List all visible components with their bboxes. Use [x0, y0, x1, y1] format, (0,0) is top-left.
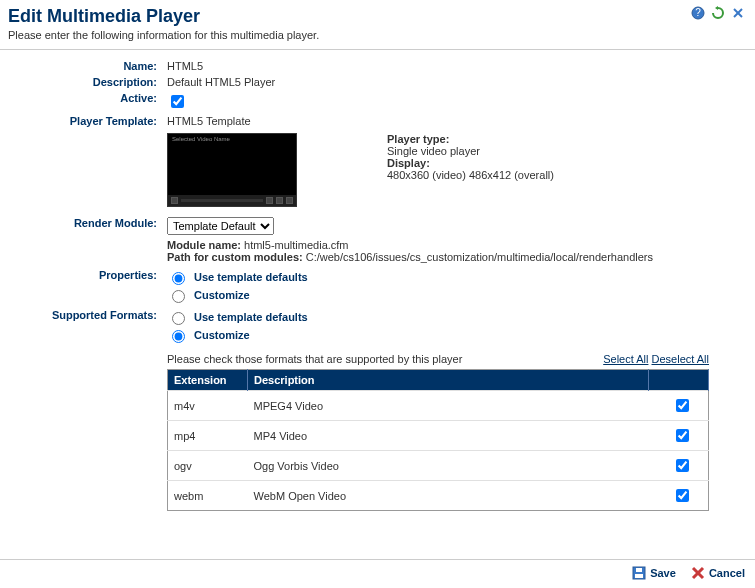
name-value: HTML5	[163, 60, 755, 72]
player-type-value: Single video player	[387, 145, 554, 157]
table-row: m4vMPEG4 Video	[168, 391, 709, 421]
col-check	[649, 370, 709, 391]
select-all-link[interactable]: Select All	[603, 353, 648, 365]
module-name-value: html5-multimedia.cfm	[244, 239, 349, 251]
player-type-label: Player type:	[387, 133, 554, 145]
format-checkbox[interactable]	[676, 489, 689, 502]
name-label: Name:	[0, 60, 163, 72]
table-row: webmWebM Open Video	[168, 481, 709, 511]
deselect-all-link[interactable]: Deselect All	[652, 353, 709, 365]
dialog-header: Edit Multimedia Player Please enter the …	[0, 0, 755, 43]
preview-controls	[168, 195, 296, 206]
formats-label: Supported Formats:	[0, 309, 163, 345]
format-checkbox[interactable]	[676, 399, 689, 412]
format-checkbox[interactable]	[676, 459, 689, 472]
properties-use-defaults-label: Use template defaults	[194, 271, 308, 283]
form-body: Name: HTML5 Description: Default HTML5 P…	[0, 60, 755, 511]
refresh-icon[interactable]	[711, 6, 725, 20]
formats-use-defaults-radio[interactable]	[172, 312, 185, 325]
play-icon[interactable]	[171, 197, 178, 204]
formats-instruction: Please check those formats that are supp…	[167, 353, 462, 365]
description-value: Default HTML5 Player	[163, 76, 755, 88]
menu-icon[interactable]	[286, 197, 293, 204]
render-module-select[interactable]: Template Default	[167, 217, 274, 235]
divider	[0, 49, 755, 50]
format-ext: m4v	[168, 391, 248, 421]
col-description: Description	[248, 370, 649, 391]
formats-use-defaults-label: Use template defaults	[194, 311, 308, 323]
page-subtitle: Please enter the following information f…	[8, 29, 747, 41]
custom-path-label: Path for custom modules:	[167, 251, 303, 263]
fullscreen-icon[interactable]	[276, 197, 283, 204]
player-preview: Selected Video Name	[167, 133, 297, 207]
preview-title: Selected Video Name	[172, 136, 230, 142]
description-label: Description:	[0, 76, 163, 88]
volume-icon[interactable]	[266, 197, 273, 204]
display-value: 480x360 (video) 486x412 (overall)	[387, 169, 554, 181]
format-ext: webm	[168, 481, 248, 511]
format-desc: MPEG4 Video	[248, 391, 649, 421]
formats-table: Extension Description m4vMPEG4 Videomp4M…	[167, 369, 709, 511]
custom-path-value: C:/web/cs106/issues/cs_customization/mul…	[306, 251, 653, 263]
properties-customize-label: Customize	[194, 289, 250, 301]
svg-text:?: ?	[695, 7, 701, 18]
table-row: ogvOgg Vorbis Video	[168, 451, 709, 481]
module-name-label: Module name:	[167, 239, 241, 251]
close-icon[interactable]	[731, 6, 745, 20]
properties-use-defaults-radio[interactable]	[172, 272, 185, 285]
format-desc: MP4 Video	[248, 421, 649, 451]
properties-customize-radio[interactable]	[172, 290, 185, 303]
format-desc: Ogg Vorbis Video	[248, 451, 649, 481]
player-info: Player type: Single video player Display…	[387, 133, 554, 181]
seek-track[interactable]	[181, 199, 263, 202]
format-ext: mp4	[168, 421, 248, 451]
active-label: Active:	[0, 92, 163, 111]
format-desc: WebM Open Video	[248, 481, 649, 511]
display-label: Display:	[387, 157, 554, 169]
help-icon[interactable]: ?	[691, 6, 705, 20]
table-row: mp4MP4 Video	[168, 421, 709, 451]
active-checkbox[interactable]	[171, 95, 184, 108]
player-template-label: Player Template:	[0, 115, 163, 127]
format-checkbox[interactable]	[676, 429, 689, 442]
svg-marker-2	[715, 6, 718, 10]
player-template-value: HTML5 Template	[163, 115, 755, 127]
formats-customize-radio[interactable]	[172, 330, 185, 343]
formats-customize-label: Customize	[194, 329, 250, 341]
properties-label: Properties:	[0, 269, 163, 305]
page-title: Edit Multimedia Player	[8, 6, 747, 27]
render-module-label: Render Module:	[0, 217, 163, 263]
col-extension: Extension	[168, 370, 248, 391]
format-ext: ogv	[168, 451, 248, 481]
